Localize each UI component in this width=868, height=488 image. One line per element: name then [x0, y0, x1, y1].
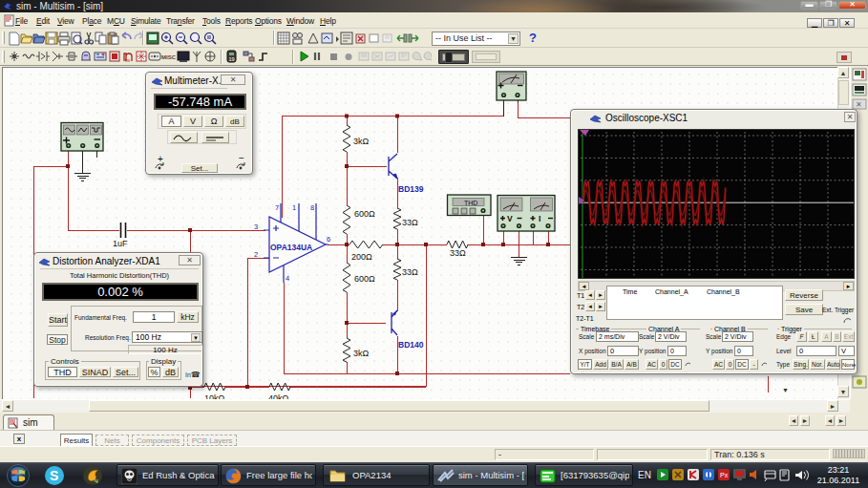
svg-text:ч: ч [95, 477, 98, 484]
svg-text:BD140: BD140 [398, 340, 424, 350]
svg-text:19: 19 [229, 56, 235, 62]
svg-text:6: 6 [327, 235, 330, 244]
svg-text:600Ω: 600Ω [354, 274, 375, 284]
svg-text:10kΩ: 10kΩ [204, 393, 225, 399]
svg-text:8: 8 [310, 203, 314, 212]
svg-text:3kΩ: 3kΩ [353, 137, 370, 146]
svg-text:200Ω: 200Ω [351, 252, 372, 262]
svg-text:33Ω: 33Ω [402, 267, 418, 277]
svg-text:✕: ✕ [856, 100, 862, 109]
svg-text:33Ω: 33Ω [450, 248, 466, 258]
svg-text:Px: Px [720, 472, 729, 478]
svg-text:V: V [507, 214, 513, 223]
svg-text:S: S [50, 468, 58, 483]
svg-text:1: 1 [292, 203, 296, 212]
svg-text:MISC: MISC [161, 54, 177, 60]
svg-text:600Ω: 600Ω [354, 209, 375, 219]
svg-text:4: 4 [286, 274, 289, 283]
svg-text:40kΩ: 40kΩ [268, 393, 289, 399]
svg-text:33Ω: 33Ω [402, 218, 418, 227]
svg-text:1uF: 1uF [113, 239, 128, 248]
svg-text:I: I [539, 214, 540, 223]
svg-text:7: 7 [275, 203, 279, 212]
svg-text:3: 3 [254, 223, 258, 231]
svg-text:THD: THD [464, 200, 477, 206]
svg-text:hv: hv [125, 57, 131, 63]
svg-text:3kΩ: 3kΩ [353, 349, 370, 358]
svg-text:2: 2 [254, 250, 258, 259]
svg-text:BD139: BD139 [398, 184, 424, 194]
svg-text:OPA134UA: OPA134UA [270, 243, 312, 252]
